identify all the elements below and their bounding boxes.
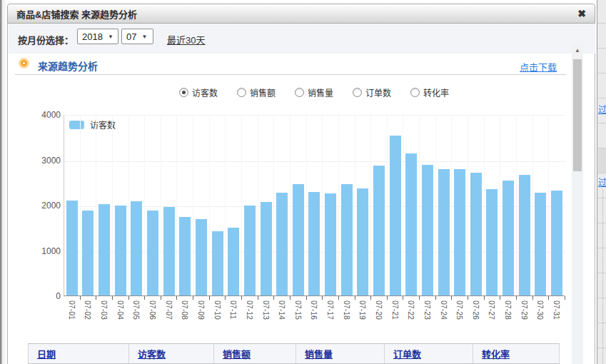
chart-column-07-16: 07-16 [306, 116, 323, 295]
bar-07-17[interactable] [325, 193, 336, 295]
chart-column-07-19: 07-19 [355, 116, 371, 295]
bar-07-19[interactable] [357, 188, 368, 295]
bar-07-13[interactable] [261, 202, 272, 295]
section-bullet-icon [21, 60, 27, 66]
bar-07-05[interactable] [131, 201, 142, 295]
bar-07-28[interactable] [503, 181, 514, 295]
bar-07-21[interactable] [390, 136, 401, 295]
sort-link-visitors[interactable]: 访客数 [138, 347, 166, 360]
bar-07-27[interactable] [486, 189, 498, 295]
sort-link-conversion[interactable]: 转化率 [482, 347, 510, 360]
chart-column-07-18: 07-18 [338, 116, 355, 295]
x-tick-label: 07-14 [278, 300, 286, 320]
bar-07-01[interactable] [66, 201, 78, 295]
bar-07-03[interactable] [99, 204, 110, 295]
x-tick-label: 07-02 [84, 300, 92, 320]
metric-radio-2[interactable]: 销售量 [295, 86, 333, 98]
x-tick-label: 07-07 [165, 300, 173, 320]
radio-button-icon[interactable] [295, 88, 304, 97]
bar-07-25[interactable] [454, 169, 465, 295]
month-select-value: 07 [126, 31, 136, 42]
filter-bar: 按月份选择： 2018 ▼ 07 ▼ 最近30天 [9, 24, 595, 54]
bar-07-15[interactable] [293, 184, 304, 295]
radio-button-icon[interactable] [179, 88, 188, 97]
background-row-line [597, 273, 606, 273]
x-tick-label: 07-12 [246, 300, 254, 320]
bar-07-29[interactable] [519, 175, 530, 295]
bar-chart: 07-0107-0207-0307-0407-0507-0607-0707-08… [64, 115, 565, 296]
chart-column-07-30: 07-30 [532, 116, 549, 295]
sort-link-date[interactable]: 日期 [37, 347, 56, 360]
table-header-conversion: 转化率 [473, 344, 560, 363]
metric-radio-1[interactable]: 销售额 [237, 86, 276, 98]
chart-column-07-15: 07-15 [290, 116, 306, 295]
bar-07-11[interactable] [228, 228, 239, 295]
x-tick-label: 07-01 [68, 300, 76, 320]
chart-column-07-17: 07-17 [322, 116, 338, 295]
background-row-line [597, 123, 606, 123]
close-icon[interactable]: ✖ [577, 9, 586, 19]
sort-link-sales-amount[interactable]: 销售额 [223, 347, 251, 360]
bar-07-07[interactable] [163, 207, 175, 295]
bar-07-09[interactable] [196, 219, 207, 295]
month-select[interactable]: 07 ▼ [121, 29, 153, 44]
chart-column-07-07: 07-07 [161, 116, 177, 295]
chart-column-07-29: 07-29 [516, 116, 532, 295]
background-row-line [597, 323, 606, 323]
vertical-scrollbar[interactable]: ▲ ▼ [572, 44, 583, 364]
metric-radio-4[interactable]: 转化率 [410, 86, 449, 98]
bar-07-02[interactable] [82, 211, 94, 295]
background-page-right: 过 过 [597, 0, 606, 364]
bar-07-30[interactable] [535, 193, 546, 295]
dialog-source-trend: 商品&店铺搜索 来源趋势分析 ✖ 按月份选择： 2018 ▼ 07 ▼ 最近30… [7, 4, 595, 364]
month-picker-label: 按月份选择： [18, 33, 74, 46]
x-tick-label: 07-18 [343, 300, 351, 320]
sort-link-orders[interactable]: 订单数 [393, 347, 421, 360]
chevron-down-icon: ▼ [108, 34, 113, 40]
chart-column-07-01: 07-01 [64, 116, 80, 295]
bar-07-06[interactable] [147, 211, 158, 295]
chart-column-07-11: 07-11 [225, 116, 241, 295]
radio-button-icon[interactable] [410, 88, 420, 97]
bar-07-23[interactable] [422, 165, 433, 295]
bar-07-26[interactable] [470, 173, 482, 295]
chart-column-07-06: 07-06 [144, 116, 161, 295]
x-tick-label: 07-24 [440, 300, 448, 320]
sort-link-sales-volume[interactable]: 销售量 [305, 347, 333, 360]
metric-radio-0[interactable]: 访客数 [179, 86, 218, 98]
background-row-line [597, 348, 606, 348]
x-tick-label: 07-31 [552, 300, 561, 320]
scroll-up-icon[interactable]: ▲ [572, 46, 583, 56]
background-divider [602, 189, 603, 364]
background-row-line [597, 23, 606, 24]
year-select[interactable]: 2018 ▼ [77, 29, 118, 44]
bar-07-20[interactable] [373, 166, 385, 295]
radio-button-icon[interactable] [353, 88, 362, 97]
bar-07-22[interactable] [405, 153, 417, 295]
metric-radio-group: 访客数销售额销售量订单数转化率 [64, 86, 565, 98]
bar-07-18[interactable] [341, 184, 353, 295]
chart-column-07-21: 07-21 [387, 116, 403, 295]
bar-07-04[interactable] [115, 206, 126, 295]
y-tick-label: 0 [28, 291, 61, 301]
dialog-titlebar[interactable]: 商品&店铺搜索 来源趋势分析 ✖ [7, 4, 595, 24]
scrollbar-thumb[interactable] [573, 59, 582, 171]
chart-column-07-12: 07-12 [241, 116, 258, 295]
background-page-left [0, 0, 7, 364]
background-row-line [597, 198, 606, 198]
radio-button-icon[interactable] [237, 88, 246, 97]
x-tick-label: 07-11 [229, 300, 238, 319]
chart-column-07-25: 07-25 [451, 116, 468, 295]
x-tick-label: 07-27 [488, 300, 496, 320]
bar-07-08[interactable] [179, 217, 191, 295]
bar-07-31[interactable] [551, 191, 562, 295]
last-30-days-link[interactable]: 最近30天 [167, 33, 205, 46]
bar-07-12[interactable] [244, 206, 256, 295]
metric-radio-3[interactable]: 订单数 [353, 86, 391, 98]
metric-radio-label: 转化率 [423, 86, 449, 98]
bar-07-10[interactable] [212, 231, 223, 295]
bar-07-24[interactable] [438, 169, 450, 295]
bar-07-14[interactable] [276, 193, 288, 295]
bar-07-16[interactable] [308, 192, 320, 295]
download-link[interactable]: 点击下载 [520, 60, 557, 74]
